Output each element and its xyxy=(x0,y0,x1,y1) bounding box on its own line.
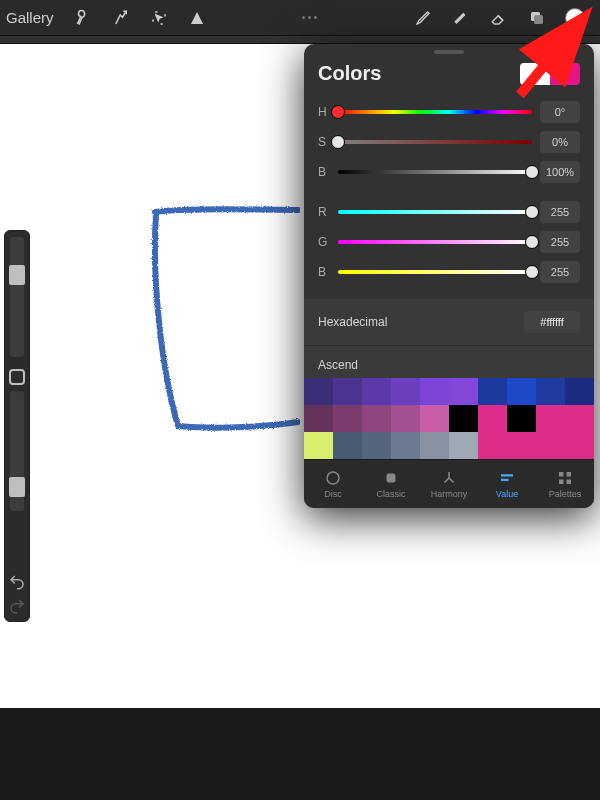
b-slider[interactable] xyxy=(338,270,532,274)
r-label: R xyxy=(318,205,330,219)
palette-swatch[interactable] xyxy=(507,378,536,405)
palette-swatch[interactable] xyxy=(449,405,478,432)
actions-icon[interactable] xyxy=(68,3,98,33)
palette-swatch[interactable] xyxy=(333,405,362,432)
app-root: Gallery Colors xyxy=(0,0,600,800)
color-current xyxy=(520,63,550,85)
redo-icon[interactable] xyxy=(8,597,26,615)
color-button[interactable] xyxy=(560,3,590,33)
palette-swatch[interactable] xyxy=(507,405,536,432)
transform-icon[interactable] xyxy=(182,3,212,33)
b-label: B xyxy=(318,265,330,279)
palette-swatch[interactable] xyxy=(391,432,420,459)
g-slider[interactable] xyxy=(338,240,532,244)
palette-swatch[interactable] xyxy=(333,378,362,405)
palette-swatch[interactable] xyxy=(565,378,594,405)
svg-rect-9 xyxy=(567,480,572,485)
eraser-icon[interactable] xyxy=(484,3,514,33)
palette-swatch[interactable] xyxy=(304,378,333,405)
palette-swatch[interactable] xyxy=(449,432,478,459)
hex-row: Hexadecimal #ffffff xyxy=(304,299,594,345)
palette-swatch[interactable] xyxy=(362,432,391,459)
brush-opacity-slider[interactable] xyxy=(10,391,24,511)
modify-button[interactable] xyxy=(9,369,25,385)
r-slider[interactable] xyxy=(338,210,532,214)
r-value[interactable]: 255 xyxy=(540,201,580,223)
smudge-icon[interactable] xyxy=(446,3,476,33)
more-icon[interactable] xyxy=(295,16,325,19)
panel-grabber[interactable] xyxy=(434,50,464,54)
svg-rect-4 xyxy=(501,474,513,476)
sat-value[interactable]: 0% xyxy=(540,131,580,153)
hex-value[interactable]: #ffffff xyxy=(524,311,580,333)
color-compare-chip[interactable] xyxy=(520,63,580,85)
hue-slider[interactable] xyxy=(338,110,532,114)
palette-swatch[interactable] xyxy=(391,405,420,432)
bottom-bar xyxy=(0,708,600,800)
palette-swatch[interactable] xyxy=(536,405,565,432)
panel-title: Colors xyxy=(318,62,381,85)
svg-rect-5 xyxy=(501,479,509,481)
sat-label: S xyxy=(318,135,330,149)
palette-swatch[interactable] xyxy=(420,378,449,405)
svg-rect-1 xyxy=(534,15,543,24)
brush-size-slider[interactable] xyxy=(10,237,24,357)
palette-swatch[interactable] xyxy=(362,378,391,405)
g-label: G xyxy=(318,235,330,249)
palette-swatch[interactable] xyxy=(420,432,449,459)
color-previous xyxy=(550,63,580,85)
palette-swatch[interactable] xyxy=(333,432,362,459)
hue-value[interactable]: 0° xyxy=(540,101,580,123)
selection-icon[interactable] xyxy=(144,3,174,33)
b-value[interactable]: 255 xyxy=(540,261,580,283)
palette-swatch[interactable] xyxy=(362,405,391,432)
sat-slider[interactable] xyxy=(338,140,532,144)
palette-swatch[interactable] xyxy=(536,432,565,459)
palette-swatch[interactable] xyxy=(565,432,594,459)
undo-icon[interactable] xyxy=(8,573,26,591)
left-sidebar xyxy=(4,230,30,622)
palette-swatch[interactable] xyxy=(304,405,333,432)
brush-icon[interactable] xyxy=(408,3,438,33)
hue-label: H xyxy=(318,105,330,119)
palette-swatch[interactable] xyxy=(304,432,333,459)
palette-swatch[interactable] xyxy=(420,405,449,432)
tab-disc[interactable]: Disc xyxy=(304,460,362,508)
palette-swatch[interactable] xyxy=(536,378,565,405)
svg-rect-7 xyxy=(567,472,572,477)
brt-label: B xyxy=(318,165,330,179)
brt-value[interactable]: 100% xyxy=(540,161,580,183)
g-value[interactable]: 255 xyxy=(540,231,580,253)
tab-harmony[interactable]: Harmony xyxy=(420,460,478,508)
panel-tabs: Disc Classic Harmony Value Palettes xyxy=(304,459,594,508)
palette-swatch[interactable] xyxy=(478,432,507,459)
brt-slider[interactable] xyxy=(338,170,532,174)
layers-icon[interactable] xyxy=(522,3,552,33)
svg-rect-8 xyxy=(559,480,564,485)
colors-panel: Colors H 0° S 0% B 100% xyxy=(304,44,594,508)
palette-swatch[interactable] xyxy=(507,432,536,459)
palette-grid xyxy=(304,378,594,459)
palette-swatch[interactable] xyxy=(478,405,507,432)
gallery-button[interactable]: Gallery xyxy=(6,9,54,26)
tab-classic[interactable]: Classic xyxy=(362,460,420,508)
svg-point-2 xyxy=(327,472,339,484)
palette-name[interactable]: Ascend xyxy=(304,345,594,378)
adjustments-icon[interactable] xyxy=(106,3,136,33)
palette-swatch[interactable] xyxy=(449,378,478,405)
canvas-drawing xyxy=(150,204,300,434)
current-color-icon xyxy=(565,8,585,28)
top-toolbar: Gallery xyxy=(0,0,600,36)
palette-swatch[interactable] xyxy=(478,378,507,405)
hex-label: Hexadecimal xyxy=(318,315,387,329)
tab-value[interactable]: Value xyxy=(478,460,536,508)
svg-rect-3 xyxy=(387,474,396,483)
tab-palettes[interactable]: Palettes xyxy=(536,460,594,508)
ruler xyxy=(0,36,600,44)
palette-swatch[interactable] xyxy=(391,378,420,405)
palette-swatch[interactable] xyxy=(565,405,594,432)
svg-rect-6 xyxy=(559,472,564,477)
